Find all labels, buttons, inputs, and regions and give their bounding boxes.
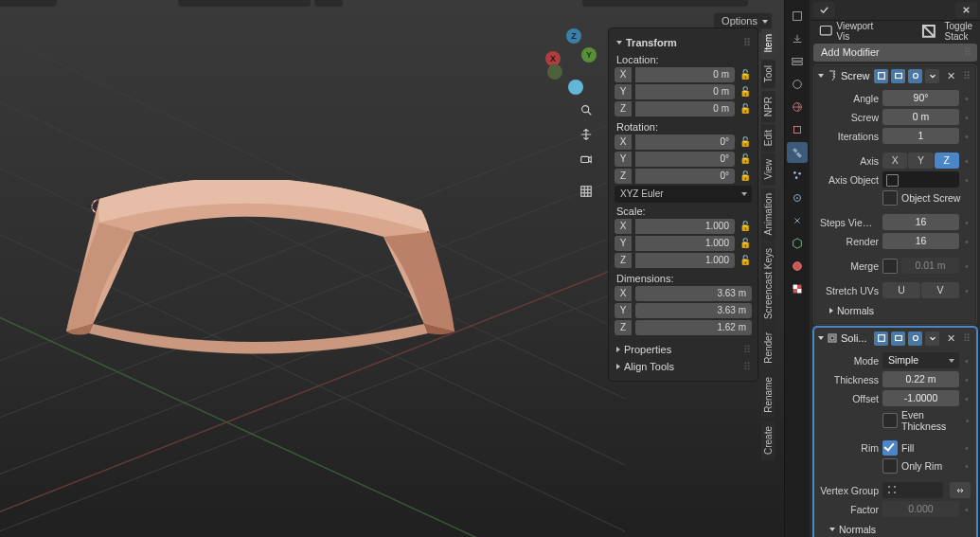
add-modifier-button[interactable]: Add Modifier⠿ (813, 44, 977, 62)
dropdown-icon[interactable] (925, 331, 939, 346)
lock-icon[interactable]: 🔓 (739, 219, 752, 234)
scale-z[interactable]: 1.000 (635, 253, 735, 268)
rotation-mode-select[interactable]: XYZ Euler (615, 186, 752, 203)
dim-y[interactable]: 3.63 m (635, 303, 752, 318)
merge-checkbox[interactable] (882, 259, 898, 274)
tab-create[interactable]: Create (761, 421, 775, 460)
tab-npr[interactable]: NPR (761, 91, 775, 122)
modifier-header[interactable]: Soli... ✕ ⠿ (814, 328, 976, 349)
tab-material-icon[interactable] (787, 256, 808, 277)
steps-input[interactable]: 16 (882, 214, 959, 230)
axis-z[interactable]: Z (566, 28, 581, 44)
dim-z[interactable]: 1.62 m (635, 320, 752, 335)
toggle-realtime-icon[interactable] (891, 331, 905, 346)
close-icon[interactable]: ✕ (944, 69, 958, 83)
drag-icon[interactable]: ⠿ (963, 70, 972, 82)
grid-icon[interactable] (574, 180, 598, 203)
toggle-editmode-icon[interactable] (874, 69, 888, 83)
tab-constraints-icon[interactable] (787, 210, 808, 231)
align-tools-section[interactable]: Align Tools⠿ (615, 358, 752, 375)
transform-header[interactable]: Transform ⠿ (615, 34, 752, 51)
toggle-stack-button[interactable]: Toggle Stack (911, 23, 977, 39)
axis-z-button[interactable]: Z (935, 152, 959, 169)
tab-screencast[interactable]: Screencast Keys (761, 242, 775, 325)
scale-y[interactable]: 1.000 (635, 236, 735, 251)
toggle-render-icon[interactable] (908, 69, 922, 83)
location-x[interactable]: 0 m (635, 67, 735, 82)
drag-icon[interactable]: ⠿ (964, 44, 973, 62)
tab-scene-icon[interactable] (787, 74, 808, 95)
axis-neg-y[interactable] (547, 64, 562, 80)
tab-modifiers-icon[interactable] (787, 142, 808, 163)
tab-data-icon[interactable] (787, 233, 808, 254)
axis-x-button[interactable]: X (882, 152, 907, 169)
fill-checkbox[interactable] (882, 440, 898, 456)
dropdown-icon[interactable] (925, 69, 939, 83)
tab-object-icon[interactable] (787, 119, 808, 140)
tab-item[interactable]: Item (761, 28, 775, 58)
object-screw-checkbox[interactable] (882, 190, 898, 206)
axis-object-input[interactable] (882, 171, 959, 188)
tab-render[interactable]: Render (761, 327, 775, 369)
toggle-render-icon[interactable] (908, 331, 922, 346)
scale-x[interactable]: 1.000 (635, 219, 735, 234)
modifier-name[interactable]: Screw (841, 70, 870, 81)
lock-icon[interactable]: 🔓 (739, 236, 752, 251)
tab-particles-icon[interactable] (787, 165, 808, 186)
tab-physics-icon[interactable] (787, 188, 808, 208)
stretch-v-button[interactable]: V (921, 282, 959, 298)
normals-section[interactable]: Normals (820, 301, 971, 318)
axis-neg-z[interactable] (568, 80, 583, 95)
tab-viewlayer-icon[interactable] (787, 51, 808, 72)
angle-input[interactable]: 90° (882, 90, 959, 106)
vertex-group-input[interactable] (882, 482, 943, 498)
properties-section[interactable]: Properties⠿ (615, 341, 752, 358)
zoom-icon[interactable] (574, 98, 598, 121)
render-input[interactable]: 16 (882, 233, 959, 249)
axis-y-button[interactable]: Y (908, 152, 933, 169)
rotation-y[interactable]: 0° (635, 152, 735, 167)
drag-icon[interactable]: ⠿ (963, 332, 972, 345)
tab-texture-icon[interactable] (787, 278, 808, 299)
delete-button[interactable] (955, 2, 977, 18)
location-z[interactable]: 0 m (635, 101, 735, 116)
location-y[interactable]: 0 m (635, 84, 735, 99)
close-icon[interactable]: ✕ (944, 331, 958, 346)
modifier-name[interactable]: Soli... (841, 332, 867, 344)
lock-icon[interactable]: 🔓 (739, 84, 752, 99)
tab-view[interactable]: View (761, 153, 775, 186)
thickness-input[interactable]: 0.22 m (882, 371, 959, 387)
panel-drag-icon[interactable]: ⠿ (743, 37, 752, 49)
tab-world-icon[interactable] (787, 97, 808, 117)
tab-rename[interactable]: Rename (761, 371, 775, 419)
tab-edit[interactable]: Edit (761, 124, 775, 152)
viewport-vis-button[interactable]: Viewport Vis (813, 23, 878, 39)
rotation-x[interactable]: 0° (635, 134, 735, 150)
offset-input[interactable]: -1.0000 (882, 390, 959, 406)
lock-icon[interactable]: 🔓 (739, 134, 752, 150)
normals-section[interactable]: Normals (820, 520, 971, 537)
modifier-header[interactable]: Screw ✕ ⠿ (814, 65, 976, 86)
tab-render-icon[interactable] (787, 6, 808, 27)
rotation-z[interactable]: 0° (635, 169, 735, 184)
lock-icon[interactable]: 🔓 (739, 101, 752, 116)
dim-x[interactable]: 3.63 m (635, 286, 752, 301)
tab-output-icon[interactable] (787, 28, 808, 49)
camera-icon[interactable] (574, 148, 598, 170)
move-icon[interactable] (574, 123, 598, 146)
factor-input[interactable]: 0.000 (882, 501, 959, 517)
axis-y[interactable]: Y (581, 47, 597, 63)
lock-icon[interactable]: 🔓 (739, 169, 752, 184)
tab-animation[interactable]: Animation (761, 188, 775, 241)
mesh-object[interactable] (47, 180, 464, 350)
toggle-realtime-icon[interactable] (891, 69, 905, 83)
iterations-input[interactable]: 1 (882, 128, 959, 144)
stretch-u-button[interactable]: U (882, 282, 920, 298)
tab-tool[interactable]: Tool (761, 60, 775, 88)
apply-button[interactable] (813, 2, 835, 18)
toggle-editmode-icon[interactable] (874, 331, 888, 346)
viewport-3d[interactable]: Options (0, 0, 784, 537)
lock-icon[interactable]: 🔓 (739, 152, 752, 167)
invert-icon[interactable] (950, 482, 971, 498)
merge-dist-input[interactable]: 0.01 m (901, 258, 959, 274)
